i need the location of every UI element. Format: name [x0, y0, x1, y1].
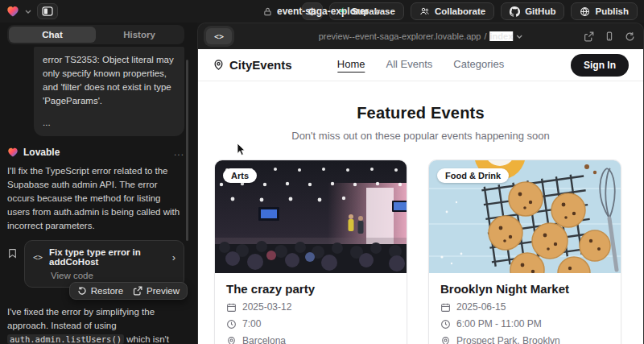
assistant-result-text: I've fixed the error by simplifying the …	[7, 305, 184, 344]
site-brand[interactable]: CityEvents	[213, 58, 292, 72]
lock-icon	[263, 7, 272, 16]
clock-icon	[226, 319, 237, 329]
code-change-card[interactable]: <> Fix type type error in addCoHost › Vi…	[24, 240, 184, 288]
preview-url-host: preview--event-saga-explorer.lovable.app	[319, 31, 481, 41]
message-hover-actions: Restore Preview	[69, 282, 188, 300]
calendar-icon	[440, 302, 451, 313]
event-title: The crazy party	[226, 282, 395, 296]
event-image-cookies: Food & Drink	[429, 160, 621, 273]
user-message-ellipsis: ...	[43, 116, 175, 130]
category-badge: Food & Drink	[437, 168, 509, 183]
event-location-row: Prospect Park, Brooklyn	[440, 335, 609, 344]
map-pin-icon	[440, 336, 451, 344]
event-cards: Arts The crazy party 2025-03-12 7:00	[198, 142, 643, 344]
external-link-icon	[133, 286, 142, 296]
project-switcher[interactable]: event-saga-explorer	[263, 0, 381, 23]
assistant-header: Lovable ...	[7, 147, 184, 158]
section-title: Featured Events	[198, 104, 643, 122]
chat-history-tabs: Chat History	[7, 25, 184, 44]
site-header: CityEvents Home All Events Categories Si…	[198, 49, 643, 81]
event-card[interactable]: Food & Drink Brooklyn Night Market 2025-…	[428, 160, 621, 344]
open-in-new-window-icon[interactable]	[584, 31, 594, 42]
site-nav: Home All Events Categories	[337, 58, 504, 73]
github-button[interactable]: GitHub	[501, 2, 564, 20]
github-icon	[510, 6, 520, 17]
chat-sidebar: Chat History error TS2353: Object litera…	[0, 23, 197, 344]
clock-icon	[440, 319, 451, 329]
user-message-text: error TS2353: Object literal may only sp…	[43, 53, 175, 108]
refresh-icon[interactable]	[625, 31, 635, 42]
code-icon: <>	[33, 253, 43, 262]
event-card[interactable]: Arts The crazy party 2025-03-12 7:00	[214, 160, 407, 344]
section-subtitle: Don't miss out on these popular events h…	[198, 130, 643, 142]
tab-chat[interactable]: Chat	[9, 27, 96, 43]
restore-button[interactable]: Restore	[77, 286, 123, 296]
nav-categories[interactable]: Categories	[453, 58, 504, 73]
project-name: event-saga-explorer	[277, 6, 369, 17]
sign-in-button[interactable]: Sign In	[571, 54, 629, 77]
chevron-down-icon	[516, 35, 522, 39]
code-change-title: Fix type type error in addCoHost	[49, 247, 166, 267]
mobile-view-icon[interactable]	[605, 31, 614, 42]
code-view-toggle-button[interactable]: <>	[206, 28, 232, 44]
preview-panel: <> preview--event-saga-explorer.lovable.…	[197, 23, 644, 344]
bookmark-icon[interactable]	[7, 247, 18, 288]
app-topbar: event-saga-explorer ⚙ Supabase Collabora…	[0, 0, 644, 23]
user-message-bubble: error TS2353: Object literal may only sp…	[34, 47, 184, 136]
collaborate-button[interactable]: Collaborate	[411, 2, 494, 20]
nav-all-events[interactable]: All Events	[386, 58, 433, 73]
assistant-name: Lovable	[23, 147, 60, 158]
sidebar-scrollbar[interactable]	[186, 60, 188, 241]
tab-history[interactable]: History	[96, 27, 183, 43]
event-date-row: 2025-06-15	[440, 301, 609, 313]
inline-code: auth.admin.listUsers()	[7, 334, 124, 344]
message-menu-button[interactable]: ...	[174, 147, 184, 158]
lovable-heart-icon	[7, 147, 19, 157]
publish-button[interactable]: Publish	[571, 2, 638, 20]
event-time-row: 7:00	[226, 318, 395, 329]
chevron-right-icon: ›	[172, 251, 175, 263]
people-icon	[419, 6, 430, 16]
event-location-row: Barcelona	[226, 335, 395, 344]
nav-home[interactable]: Home	[337, 58, 365, 73]
event-time-row: 6:00 PM - 11:00 PM	[440, 318, 609, 329]
event-title: Brooklyn Night Market	[440, 282, 609, 296]
preview-page: CityEvents Home All Events Categories Si…	[198, 49, 643, 344]
preview-button[interactable]: Preview	[133, 286, 180, 296]
sidebar-toggle-button[interactable]	[37, 3, 58, 19]
category-badge: Arts	[223, 168, 257, 183]
event-date-row: 2025-03-12	[226, 301, 395, 313]
preview-url-page: index	[490, 31, 514, 41]
map-pin-icon	[226, 336, 237, 344]
preview-toolbar: <> preview--event-saga-explorer.lovable.…	[198, 23, 643, 49]
chevron-down-icon[interactable]	[25, 7, 31, 15]
lovable-logo-icon[interactable]	[6, 6, 19, 17]
chevron-down-icon	[374, 7, 381, 15]
event-image-conference: Arts	[215, 160, 407, 273]
assistant-intro-text: I'll fix the TypeScript error related to…	[7, 164, 184, 233]
globe-icon	[580, 6, 590, 17]
map-pin-icon	[213, 59, 225, 71]
restore-icon	[77, 286, 87, 296]
mouse-cursor	[237, 143, 246, 160]
preview-url-bar[interactable]: preview--event-saga-explorer.lovable.app…	[319, 31, 523, 41]
calendar-icon	[226, 302, 237, 313]
view-code-link[interactable]: View code	[51, 271, 175, 280]
featured-section-header: Featured Events Don't miss out on these …	[198, 81, 643, 142]
